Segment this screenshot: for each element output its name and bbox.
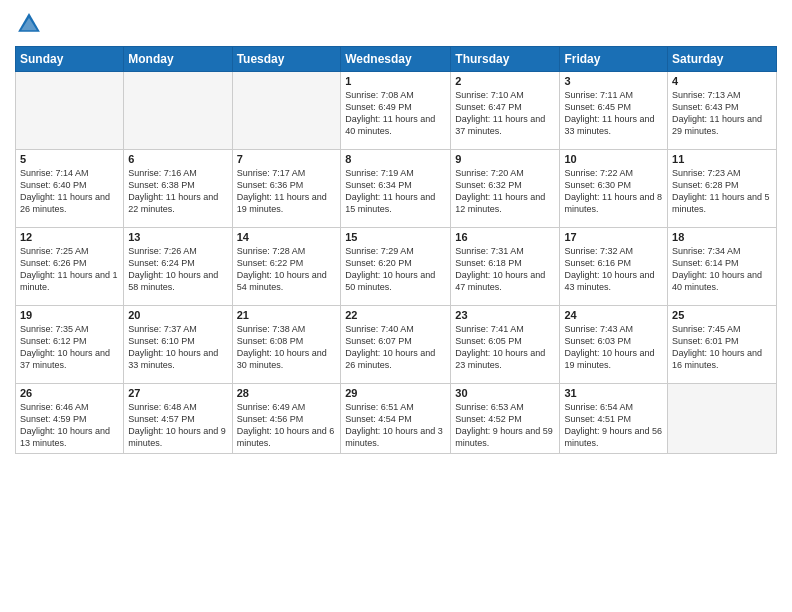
day-number: 24 — [564, 309, 663, 321]
calendar-cell: 23Sunrise: 7:41 AM Sunset: 6:05 PM Dayli… — [451, 306, 560, 384]
calendar-cell: 5Sunrise: 7:14 AM Sunset: 6:40 PM Daylig… — [16, 150, 124, 228]
calendar-cell: 3Sunrise: 7:11 AM Sunset: 6:45 PM Daylig… — [560, 72, 668, 150]
calendar-cell: 27Sunrise: 6:48 AM Sunset: 4:57 PM Dayli… — [124, 384, 232, 454]
day-info: Sunrise: 7:34 AM Sunset: 6:14 PM Dayligh… — [672, 245, 772, 294]
day-number: 3 — [564, 75, 663, 87]
header — [15, 10, 777, 38]
calendar-cell: 21Sunrise: 7:38 AM Sunset: 6:08 PM Dayli… — [232, 306, 341, 384]
col-header-sunday: Sunday — [16, 47, 124, 72]
calendar-cell: 28Sunrise: 6:49 AM Sunset: 4:56 PM Dayli… — [232, 384, 341, 454]
day-info: Sunrise: 7:23 AM Sunset: 6:28 PM Dayligh… — [672, 167, 772, 216]
day-number: 16 — [455, 231, 555, 243]
calendar-cell: 11Sunrise: 7:23 AM Sunset: 6:28 PM Dayli… — [668, 150, 777, 228]
calendar-cell: 15Sunrise: 7:29 AM Sunset: 6:20 PM Dayli… — [341, 228, 451, 306]
day-info: Sunrise: 6:53 AM Sunset: 4:52 PM Dayligh… — [455, 401, 555, 450]
calendar-cell: 26Sunrise: 6:46 AM Sunset: 4:59 PM Dayli… — [16, 384, 124, 454]
calendar-cell: 25Sunrise: 7:45 AM Sunset: 6:01 PM Dayli… — [668, 306, 777, 384]
day-info: Sunrise: 7:41 AM Sunset: 6:05 PM Dayligh… — [455, 323, 555, 372]
calendar-cell: 13Sunrise: 7:26 AM Sunset: 6:24 PM Dayli… — [124, 228, 232, 306]
day-number: 21 — [237, 309, 337, 321]
day-number: 2 — [455, 75, 555, 87]
calendar-cell — [668, 384, 777, 454]
day-info: Sunrise: 6:54 AM Sunset: 4:51 PM Dayligh… — [564, 401, 663, 450]
day-number: 23 — [455, 309, 555, 321]
day-info: Sunrise: 7:14 AM Sunset: 6:40 PM Dayligh… — [20, 167, 119, 216]
col-header-saturday: Saturday — [668, 47, 777, 72]
day-number: 8 — [345, 153, 446, 165]
calendar-cell: 24Sunrise: 7:43 AM Sunset: 6:03 PM Dayli… — [560, 306, 668, 384]
logo-icon — [15, 10, 43, 38]
calendar-cell — [232, 72, 341, 150]
col-header-friday: Friday — [560, 47, 668, 72]
day-info: Sunrise: 7:32 AM Sunset: 6:16 PM Dayligh… — [564, 245, 663, 294]
calendar-cell: 31Sunrise: 6:54 AM Sunset: 4:51 PM Dayli… — [560, 384, 668, 454]
calendar-cell: 16Sunrise: 7:31 AM Sunset: 6:18 PM Dayli… — [451, 228, 560, 306]
calendar-cell: 14Sunrise: 7:28 AM Sunset: 6:22 PM Dayli… — [232, 228, 341, 306]
day-info: Sunrise: 7:17 AM Sunset: 6:36 PM Dayligh… — [237, 167, 337, 216]
day-number: 25 — [672, 309, 772, 321]
day-number: 17 — [564, 231, 663, 243]
day-info: Sunrise: 6:46 AM Sunset: 4:59 PM Dayligh… — [20, 401, 119, 450]
day-info: Sunrise: 6:48 AM Sunset: 4:57 PM Dayligh… — [128, 401, 227, 450]
calendar-cell: 1Sunrise: 7:08 AM Sunset: 6:49 PM Daylig… — [341, 72, 451, 150]
calendar-week-4: 19Sunrise: 7:35 AM Sunset: 6:12 PM Dayli… — [16, 306, 777, 384]
day-info: Sunrise: 6:49 AM Sunset: 4:56 PM Dayligh… — [237, 401, 337, 450]
day-number: 26 — [20, 387, 119, 399]
day-number: 29 — [345, 387, 446, 399]
day-info: Sunrise: 7:29 AM Sunset: 6:20 PM Dayligh… — [345, 245, 446, 294]
day-number: 30 — [455, 387, 555, 399]
day-number: 14 — [237, 231, 337, 243]
day-number: 28 — [237, 387, 337, 399]
day-number: 9 — [455, 153, 555, 165]
calendar-cell — [124, 72, 232, 150]
day-info: Sunrise: 7:31 AM Sunset: 6:18 PM Dayligh… — [455, 245, 555, 294]
col-header-thursday: Thursday — [451, 47, 560, 72]
day-number: 31 — [564, 387, 663, 399]
day-info: Sunrise: 7:43 AM Sunset: 6:03 PM Dayligh… — [564, 323, 663, 372]
calendar-cell: 19Sunrise: 7:35 AM Sunset: 6:12 PM Dayli… — [16, 306, 124, 384]
calendar-week-5: 26Sunrise: 6:46 AM Sunset: 4:59 PM Dayli… — [16, 384, 777, 454]
calendar-cell: 18Sunrise: 7:34 AM Sunset: 6:14 PM Dayli… — [668, 228, 777, 306]
day-info: Sunrise: 7:16 AM Sunset: 6:38 PM Dayligh… — [128, 167, 227, 216]
day-number: 27 — [128, 387, 227, 399]
day-info: Sunrise: 6:51 AM Sunset: 4:54 PM Dayligh… — [345, 401, 446, 450]
day-number: 5 — [20, 153, 119, 165]
day-number: 12 — [20, 231, 119, 243]
day-info: Sunrise: 7:40 AM Sunset: 6:07 PM Dayligh… — [345, 323, 446, 372]
col-header-tuesday: Tuesday — [232, 47, 341, 72]
day-info: Sunrise: 7:38 AM Sunset: 6:08 PM Dayligh… — [237, 323, 337, 372]
day-info: Sunrise: 7:28 AM Sunset: 6:22 PM Dayligh… — [237, 245, 337, 294]
day-info: Sunrise: 7:45 AM Sunset: 6:01 PM Dayligh… — [672, 323, 772, 372]
calendar-cell: 30Sunrise: 6:53 AM Sunset: 4:52 PM Dayli… — [451, 384, 560, 454]
day-info: Sunrise: 7:37 AM Sunset: 6:10 PM Dayligh… — [128, 323, 227, 372]
calendar-cell: 8Sunrise: 7:19 AM Sunset: 6:34 PM Daylig… — [341, 150, 451, 228]
calendar-cell: 29Sunrise: 6:51 AM Sunset: 4:54 PM Dayli… — [341, 384, 451, 454]
day-info: Sunrise: 7:20 AM Sunset: 6:32 PM Dayligh… — [455, 167, 555, 216]
day-number: 19 — [20, 309, 119, 321]
day-number: 20 — [128, 309, 227, 321]
day-number: 15 — [345, 231, 446, 243]
calendar-cell: 9Sunrise: 7:20 AM Sunset: 6:32 PM Daylig… — [451, 150, 560, 228]
calendar-cell: 4Sunrise: 7:13 AM Sunset: 6:43 PM Daylig… — [668, 72, 777, 150]
calendar-cell: 2Sunrise: 7:10 AM Sunset: 6:47 PM Daylig… — [451, 72, 560, 150]
day-number: 1 — [345, 75, 446, 87]
day-number: 10 — [564, 153, 663, 165]
calendar-cell: 20Sunrise: 7:37 AM Sunset: 6:10 PM Dayli… — [124, 306, 232, 384]
calendar-week-3: 12Sunrise: 7:25 AM Sunset: 6:26 PM Dayli… — [16, 228, 777, 306]
calendar-cell: 22Sunrise: 7:40 AM Sunset: 6:07 PM Dayli… — [341, 306, 451, 384]
calendar-week-1: 1Sunrise: 7:08 AM Sunset: 6:49 PM Daylig… — [16, 72, 777, 150]
calendar-cell: 12Sunrise: 7:25 AM Sunset: 6:26 PM Dayli… — [16, 228, 124, 306]
day-info: Sunrise: 7:08 AM Sunset: 6:49 PM Dayligh… — [345, 89, 446, 138]
day-info: Sunrise: 7:25 AM Sunset: 6:26 PM Dayligh… — [20, 245, 119, 294]
calendar-cell: 10Sunrise: 7:22 AM Sunset: 6:30 PM Dayli… — [560, 150, 668, 228]
calendar-week-2: 5Sunrise: 7:14 AM Sunset: 6:40 PM Daylig… — [16, 150, 777, 228]
day-info: Sunrise: 7:11 AM Sunset: 6:45 PM Dayligh… — [564, 89, 663, 138]
col-header-wednesday: Wednesday — [341, 47, 451, 72]
calendar-cell: 6Sunrise: 7:16 AM Sunset: 6:38 PM Daylig… — [124, 150, 232, 228]
day-info: Sunrise: 7:35 AM Sunset: 6:12 PM Dayligh… — [20, 323, 119, 372]
day-number: 22 — [345, 309, 446, 321]
day-info: Sunrise: 7:10 AM Sunset: 6:47 PM Dayligh… — [455, 89, 555, 138]
day-number: 7 — [237, 153, 337, 165]
day-number: 13 — [128, 231, 227, 243]
day-info: Sunrise: 7:22 AM Sunset: 6:30 PM Dayligh… — [564, 167, 663, 216]
